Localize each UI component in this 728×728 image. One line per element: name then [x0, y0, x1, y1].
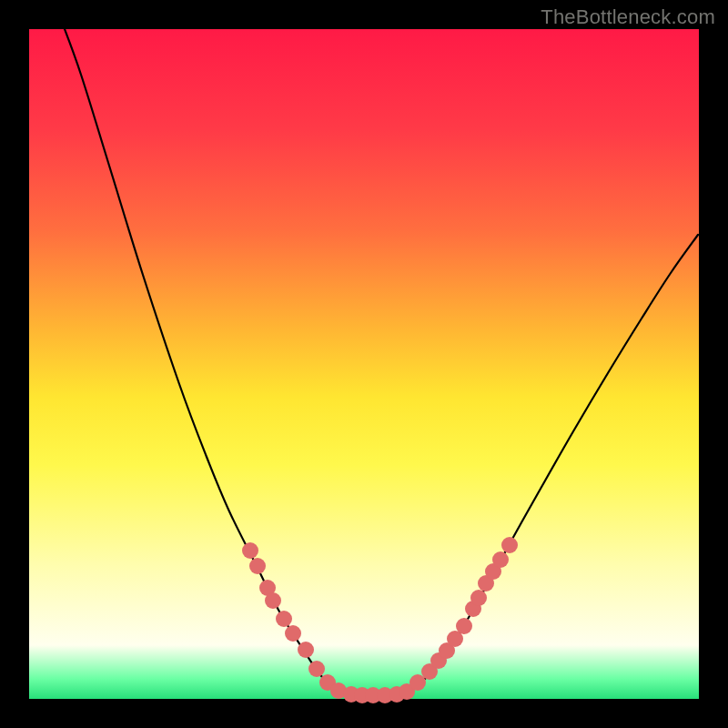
curve-left-branch: [62, 22, 344, 693]
chart-container: TheBottleneck.com: [0, 0, 728, 728]
curve-right-branch: [400, 235, 698, 694]
watermark-text: TheBottleneck.com: [541, 5, 715, 29]
data-dot: [492, 551, 509, 568]
data-dot: [456, 618, 472, 634]
data-dot: [285, 625, 301, 642]
data-dot: [249, 558, 266, 574]
chart-overlay: [29, 29, 699, 699]
data-dot: [501, 537, 518, 553]
data-dot: [242, 542, 258, 559]
data-dot: [470, 590, 487, 606]
data-dot: [276, 611, 292, 627]
data-dots: [242, 537, 518, 703]
data-dot: [265, 592, 281, 609]
data-dot: [308, 661, 325, 677]
data-dot: [298, 642, 314, 658]
